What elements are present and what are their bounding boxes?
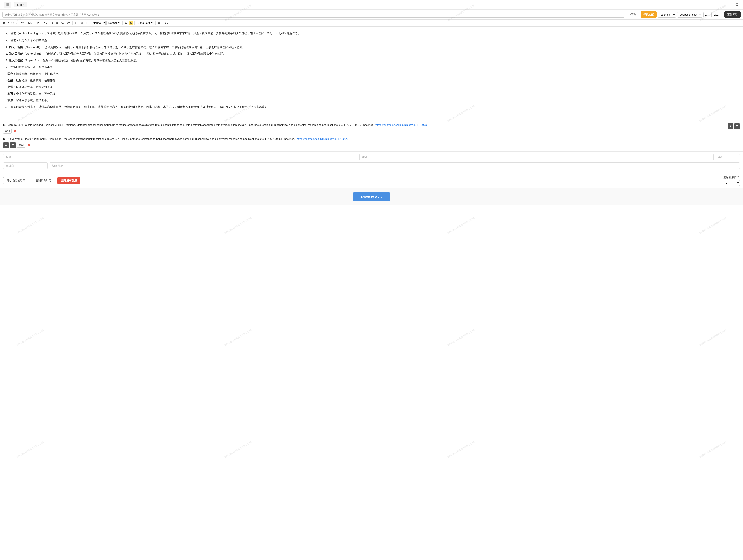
- ref-1-content: [1]. Camilla Barril, Gisela Soledad Gual…: [3, 123, 726, 134]
- code-button[interactable]: </>: [26, 21, 33, 25]
- bold-button[interactable]: B: [2, 21, 6, 25]
- copy-all-button[interactable]: 复制所有引用: [32, 177, 55, 184]
- model-select[interactable]: deepseek-chat: [677, 12, 702, 17]
- editor-paragraph-3: 1. 弱人工智能（Narrow AI）：也称为狭义人工智能，它专注于执行特定任务…: [5, 45, 738, 50]
- ref-2-copy-button[interactable]: 复制: [17, 143, 26, 148]
- quote-button[interactable]: ❝❞: [20, 21, 25, 25]
- ref-2-index: [2]: [3, 137, 6, 140]
- search-row: AI写作 寻找文献 pubmed deepseek-chat 更新索引: [0, 10, 743, 19]
- custom-ref-row-1: [3, 154, 740, 160]
- editor-paragraph-4: 2. 强人工智能（General AI）：有时也称为强人工智能或全人工智能，它指…: [5, 51, 738, 56]
- ref-2-delete-button[interactable]: ✕: [27, 143, 31, 147]
- h1-button[interactable]: H1: [36, 20, 42, 26]
- toolbar-separator-1: [35, 21, 35, 25]
- italic-button[interactable]: I: [7, 21, 10, 25]
- author-input[interactable]: [359, 154, 713, 160]
- indent-right-button[interactable]: ⇥: [79, 21, 84, 25]
- ref-1-up-button[interactable]: ▲: [728, 124, 733, 129]
- title-input[interactable]: [3, 154, 357, 160]
- cite-format-select[interactable]: 中文 English APA MLA Chicago: [719, 180, 740, 186]
- editor-paragraph-7: - 医疗：辅助诊断、药物研发、个性化治疗。: [5, 71, 738, 77]
- publisher-input[interactable]: [3, 162, 48, 169]
- format1-select[interactable]: Normal: [91, 20, 106, 25]
- reference-item-2: [2]. Kaiyu Wang, Hideto Nagai, Samiul Al…: [3, 135, 740, 150]
- ref-2-actions: ▲ ▼ 复制 ✕: [3, 142, 740, 148]
- h2-button[interactable]: H2: [42, 20, 48, 26]
- indent-left-button[interactable]: ⇤: [74, 21, 79, 25]
- add-custom-ref-button[interactable]: 添加自定义引用: [3, 177, 29, 184]
- underline-button[interactable]: U: [10, 21, 14, 25]
- cite-format-section: 选择引用格式: 中文 English APA MLA Chicago: [719, 175, 740, 186]
- hamburger-button[interactable]: ☰: [4, 2, 11, 8]
- ai-write-button[interactable]: AI写作: [626, 11, 639, 18]
- editor-cursor: [5, 113, 5, 115]
- year-field[interactable]: [715, 154, 740, 160]
- ref-2-text: [2]. Kaiyu Wang, Hideto Nagai, Samiul Al…: [3, 137, 348, 140]
- ref-1-nav-actions: ▲ ▼: [728, 124, 740, 129]
- ref-2-up-button[interactable]: ▲: [3, 142, 9, 148]
- editor-paragraph-6: 人工智能的应用非常广泛，包括但不限于：: [5, 64, 738, 70]
- superscript-button[interactable]: X2: [66, 20, 71, 26]
- toolbar-separator-5: [122, 21, 123, 25]
- ref-2-down-button[interactable]: ▼: [10, 142, 16, 148]
- bottom-actions: 添加自定义引用 复制所有引用 删除所有引用 选择引用格式: 中文 English…: [0, 173, 743, 188]
- references-section: [1]. Camilla Barril, Gisela Soledad Gual…: [0, 120, 743, 152]
- ref-1-copy-button[interactable]: 复制: [3, 129, 12, 134]
- subscript-button[interactable]: X2: [60, 20, 65, 26]
- ref-1-index: [1]: [3, 124, 6, 127]
- editor-paragraph-9: - 交通：自动驾驶汽车、智能交通管理。: [5, 84, 738, 90]
- toolbar: B I U S ❝❞ </> H1 H2 ≡ ≡ X2 X2 ⇤ ⇥ ¶ Nor…: [0, 19, 743, 27]
- login-button[interactable]: Login: [14, 2, 28, 7]
- url-input[interactable]: [50, 162, 740, 169]
- search-input[interactable]: [2, 12, 624, 17]
- navbar: ☰ Login ⚙: [0, 0, 743, 10]
- strikethrough-button[interactable]: S: [15, 21, 19, 25]
- toolbar-separator-7: [156, 21, 156, 25]
- find-ref-button[interactable]: 寻找文献: [641, 11, 657, 17]
- ref-2-link[interactable]: (https://pubmed.ncbi.nlm.nih.gov/3946100…: [296, 137, 348, 140]
- database-select[interactable]: pubmed: [658, 12, 676, 17]
- font-color-button[interactable]: A: [124, 21, 128, 25]
- ref-1-delete-button[interactable]: ✕: [13, 129, 17, 133]
- editor-paragraph-11: - 家居：智能家居系统、虚拟助手。: [5, 98, 738, 103]
- year-input[interactable]: [713, 12, 723, 17]
- font-bg-button[interactable]: Ā: [129, 21, 133, 25]
- update-index-button[interactable]: 更新索引: [725, 11, 741, 17]
- ref-2-content: [2]. Kaiyu Wang, Hideto Nagai, Samiul Al…: [3, 137, 740, 148]
- editor-area[interactable]: 人工智能（Artificial Intelligence，简称AI）是计算机科学…: [0, 27, 743, 120]
- export-to-word-button[interactable]: Export to Word: [353, 192, 390, 201]
- editor-paragraph-12: 人工智能的发展也带来了一些挑战和伦理问题，包括隐私保护、就业影响、决策透明度和人…: [5, 104, 738, 110]
- editor-paragraph-1: 人工智能（Artificial Intelligence，简称AI）是计算机科学…: [5, 31, 738, 36]
- delete-all-button[interactable]: 删除所有引用: [57, 177, 81, 184]
- editor-paragraph-10: - 教育：个性化学习路径、自动评分系统。: [5, 91, 738, 96]
- editor-paragraph-8: - 金融：欺诈检测、投资策略、信用评分。: [5, 78, 738, 83]
- ref-1-down-button[interactable]: ▼: [734, 124, 740, 129]
- editor-paragraph-2: 人工智能可以分为几个不同的类型：: [5, 38, 738, 43]
- reference-item-1: [1]. Camilla Barril, Gisela Soledad Gual…: [3, 122, 740, 135]
- settings-button[interactable]: ⚙: [735, 2, 739, 7]
- ref-1-actions: 复制 ✕: [3, 129, 726, 134]
- paragraph-button[interactable]: ¶: [85, 21, 88, 25]
- export-section: Export to Word: [0, 188, 743, 205]
- ol-button[interactable]: ≡: [51, 21, 54, 25]
- custom-ref-form: [0, 152, 743, 173]
- num-input[interactable]: [703, 12, 711, 17]
- cite-format-label: 选择引用格式:: [723, 175, 740, 179]
- font-family-select[interactable]: Sans Serif: [136, 20, 154, 25]
- ul-button[interactable]: ≡: [55, 21, 59, 25]
- navbar-left: ☰ Login: [4, 2, 28, 8]
- editor-paragraph-5: 3. 超人工智能（Super AI）：这是一个假设的概念，指的是在所有智力活动中…: [5, 58, 738, 63]
- hamburger-icon: ☰: [6, 3, 9, 7]
- ref-1-text: [1]. Camilla Barril, Gisela Soledad Gual…: [3, 124, 427, 127]
- format2-select[interactable]: Normal: [106, 20, 121, 25]
- clear-format-button[interactable]: Tx: [164, 20, 169, 26]
- align-button[interactable]: ≡: [157, 21, 161, 25]
- ref-1-link[interactable]: (https://pubmed.ncbi.nlm.nih.gov/3946100…: [375, 124, 427, 127]
- custom-ref-row-2: [3, 162, 740, 169]
